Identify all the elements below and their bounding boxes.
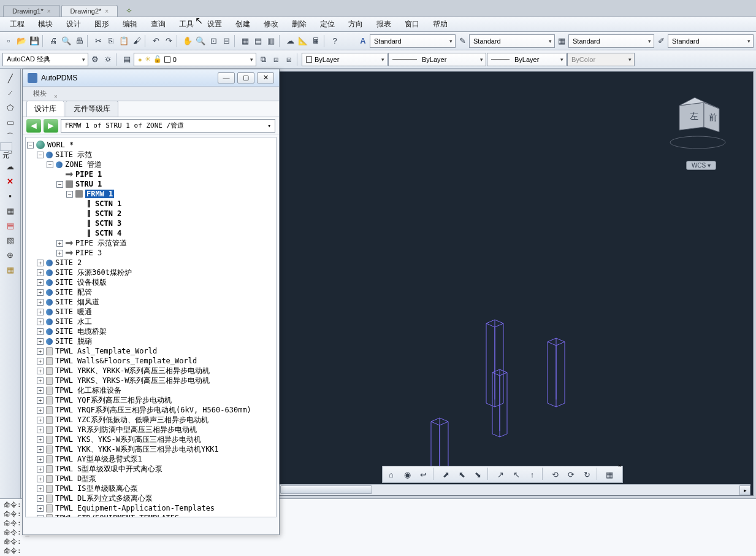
redo-icon[interactable]: ↷ [162, 35, 175, 47]
tree-node-tpwl[interactable]: +TPWL YKK、YKK-W系列高压三相异步电动机YKK1 [27, 444, 275, 454]
close-button[interactable]: ✕ [257, 72, 274, 83]
collapse-icon[interactable]: − [27, 142, 34, 149]
nav-back-button[interactable]: ◄ [26, 119, 41, 133]
pan-icon[interactable]: ✋ [181, 35, 194, 47]
tree-node-tpwl[interactable]: +TPWL AY型单级悬臂式泵1 [27, 454, 275, 464]
grid-icon[interactable]: ▦ [602, 468, 617, 481]
tree-node-tpwl[interactable]: +TPWL IS型单级吸离心泵 [27, 484, 275, 493]
open-icon[interactable]: 📂 [15, 35, 28, 47]
return-icon[interactable]: ↩ [416, 468, 430, 481]
gradient-icon[interactable]: ▤ [2, 218, 19, 232]
tablestyle-icon[interactable]: ▦ [556, 35, 568, 47]
textstyle-icon[interactable]: A [357, 35, 369, 47]
table-icon[interactable]: ▦ [2, 263, 19, 276]
rot-y-icon[interactable]: ⟳ [563, 468, 578, 481]
save-icon[interactable]: 💾 [28, 35, 40, 47]
rot-x-icon[interactable]: ⟲ [548, 468, 562, 481]
minimize-button[interactable]: — [218, 72, 235, 83]
expand-icon[interactable]: + [37, 319, 44, 325]
tree-node-tpwl[interactable]: +TPWL DL系列立式多级离心泵 [27, 493, 275, 503]
menu-module[interactable]: 模块 [32, 18, 59, 31]
workspace-gear-icon[interactable]: ⛭ [102, 53, 114, 66]
ml-style-combo[interactable]: Standard [668, 34, 754, 48]
expand-icon[interactable]: + [37, 495, 44, 502]
plotstyle-combo[interactable]: ByColor [567, 53, 635, 66]
menu-direction[interactable]: 方向 [342, 18, 369, 31]
module-tab-close-icon[interactable]: × [51, 93, 61, 101]
maximize-button[interactable]: ▢ [237, 72, 254, 83]
layer-props-icon[interactable]: ▤ [121, 53, 133, 66]
expand-icon[interactable]: + [37, 456, 44, 463]
rect-icon[interactable]: ▭ [2, 115, 19, 129]
tree-node-worl[interactable]: −WORL * [27, 140, 275, 150]
module-tab[interactable]: 模块 [26, 87, 53, 101]
tree-node-tpwl[interactable]: +TPWL Asl_Template_World [27, 346, 275, 356]
paste-icon[interactable]: 📋 [118, 35, 130, 47]
expand-icon[interactable]: + [37, 485, 44, 492]
menu-window[interactable]: 窗口 [399, 18, 426, 31]
side-tab[interactable]: 元 [0, 142, 12, 151]
tree-node-site[interactable]: +SITE 脱硝 [27, 336, 275, 346]
nav-icon[interactable]: ⌂ [384, 468, 399, 481]
layer-state-icon[interactable]: ⧈ [270, 53, 282, 66]
axis-z-icon[interactable]: ↑ [525, 468, 540, 481]
menu-graphics[interactable]: 图形 [88, 18, 115, 31]
help-icon[interactable]: ? [329, 35, 341, 47]
measure-icon[interactable]: 📐 [297, 35, 309, 47]
undo-icon[interactable]: ↶ [150, 35, 162, 47]
expand-icon[interactable]: + [37, 476, 44, 482]
expand-icon[interactable]: + [37, 446, 44, 453]
hierarchy-tree[interactable]: −WORL * −SITE 示范 −ZONE 管道 PIPE 1 −STRU 1… [25, 137, 277, 517]
red-x-icon[interactable]: ✕ [2, 174, 19, 188]
new-icon[interactable]: ▫ [2, 35, 15, 47]
tab-component-lib[interactable]: 元件等级库 [66, 101, 118, 117]
publish-icon[interactable]: 🖶 [73, 35, 85, 47]
tree-node-site[interactable]: +SITE 水工 [27, 317, 275, 326]
copy-icon[interactable]: ⎘ [105, 35, 117, 47]
tree-node-site[interactable]: +SITE 2 [27, 258, 275, 268]
point-icon[interactable]: ⊕ [2, 248, 19, 261]
menu-help[interactable]: 帮助 [427, 18, 454, 31]
mlstyle-icon[interactable]: ✐ [655, 35, 667, 47]
expand-icon[interactable]: + [37, 505, 44, 512]
collapse-icon[interactable]: − [47, 161, 53, 168]
tree-node-sctn[interactable]: SCTN 4 [27, 228, 275, 238]
expand-icon[interactable]: + [37, 436, 44, 443]
menu-tools[interactable]: 工具 [173, 18, 200, 31]
tree-node-site[interactable]: +SITE 暖通 [27, 307, 275, 317]
expand-icon[interactable]: + [37, 328, 44, 335]
sheet-icon[interactable]: ▤ [252, 35, 264, 47]
menu-query[interactable]: 查询 [145, 18, 172, 31]
block-icon[interactable]: ▪ [2, 189, 19, 203]
expand-icon[interactable]: + [37, 387, 44, 394]
expand-icon[interactable]: + [37, 269, 44, 276]
tree-node-pipe[interactable]: PIPE 1 [27, 169, 275, 179]
tree-node-site[interactable]: +SITE 电缆桥架 [27, 326, 275, 336]
match-icon[interactable]: 🖌 [131, 35, 143, 47]
color-combo[interactable]: ByLayer [302, 53, 388, 66]
cut-icon[interactable]: ✂ [92, 35, 104, 47]
properties-icon[interactable]: ▦ [239, 35, 251, 47]
expand-icon[interactable]: + [37, 417, 44, 423]
zoom-prev-icon[interactable]: ⊟ [220, 35, 232, 47]
ucs-icon[interactable]: ⬈ [438, 468, 453, 481]
tab-drawing1[interactable]: Drawing1*× [3, 5, 60, 17]
menu-design[interactable]: 设计 [60, 18, 87, 31]
polygon-icon[interactable]: ⬠ [2, 101, 19, 114]
expand-icon[interactable]: + [37, 377, 44, 384]
revcloud-icon[interactable]: ☁ [2, 160, 19, 173]
layer-filter-icon[interactable]: ⧉ [257, 53, 269, 66]
tree-node-pipe[interactable]: +PIPE 示范管道 [27, 238, 275, 248]
arc-icon[interactable]: ⌒ [2, 130, 19, 144]
tab-close-icon[interactable]: × [105, 8, 109, 15]
tree-node-tpwl[interactable]: +TPWL YKS、YKS-W系列高压三相异步电动机 [27, 434, 275, 444]
pline-icon[interactable]: ⟋ [2, 86, 19, 99]
tree-node-tpwl[interactable]: +TPWL YRQF系列高压三相异步电动机(6kV, H560-630mm) [27, 405, 275, 415]
menu-report[interactable]: 报表 [370, 18, 397, 31]
dim-style-combo[interactable]: Standard [469, 34, 555, 48]
tree-node-tpwl[interactable]: +TPWL STD/EQUIPMENT-TEMPLATES [27, 513, 275, 517]
tree-node-tpwl[interactable]: +TPWL S型单级双吸中开式离心泵 [27, 464, 275, 474]
workspace-combo[interactable]: AutoCAD 经典 [2, 53, 88, 66]
tree-node-tpwl[interactable]: +TPWL Walls&Floors_Template_World [27, 356, 275, 366]
menu-settings[interactable]: 设置 [201, 18, 228, 31]
